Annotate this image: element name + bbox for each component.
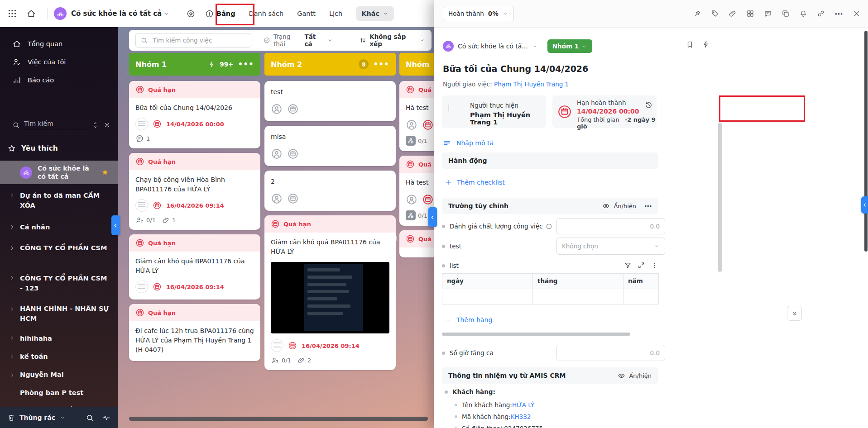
sidebar-project[interactable]: CÔNG TY CỔ PHẦN CSM (0, 243, 118, 253)
task-card[interactable]: Quá hạn Giảm cân khó quá BPA011176 của H… (129, 234, 260, 300)
close-icon[interactable] (853, 10, 861, 18)
automation-bolt-icon[interactable] (208, 61, 215, 68)
assign-person-icon[interactable] (271, 103, 283, 115)
column-header[interactable]: Nhóm 1 99+ ••• (129, 53, 260, 76)
scroll-down-button[interactable] (787, 306, 802, 321)
table-header[interactable]: năm (623, 274, 659, 289)
table-cell[interactable] (623, 289, 659, 304)
history-icon[interactable] (645, 101, 653, 109)
assign-person-icon[interactable] (271, 148, 283, 160)
task-search-input[interactable] (152, 36, 244, 44)
board-horizontal-scrollbar[interactable] (129, 417, 428, 421)
kebab-icon[interactable]: ⋮ (651, 262, 658, 270)
task-card[interactable]: Quá hạn (399, 230, 434, 257)
status-filter[interactable]: Trạng thái Tất cả (263, 33, 333, 48)
bell-icon[interactable] (799, 10, 807, 18)
sidebar-project[interactable]: Dự án to dã man CẤM XÓA (0, 191, 118, 211)
tab-board[interactable]: Bảng (216, 10, 235, 17)
overtime-input[interactable]: 0.0 (556, 345, 665, 361)
column-menu-icon[interactable]: ••• (373, 62, 389, 67)
sidebar-item-my-tasks[interactable]: Việc của tôi (0, 53, 118, 71)
rail-collapse-handle[interactable] (861, 196, 868, 214)
hide-show-button[interactable]: Ẩn/hiện (629, 372, 652, 379)
link-icon[interactable] (817, 10, 825, 18)
sidebar-project[interactable]: hihihaha (0, 334, 118, 344)
task-card[interactable]: Quá hạn Hà test 0/1 (399, 81, 434, 151)
sidebar-project[interactable]: Phòng ban P test (0, 388, 118, 398)
list-field-table[interactable]: ngàythángnăm (442, 273, 659, 304)
sidebar-project[interactable]: kế toán (0, 352, 118, 362)
sidebar-project[interactable]: Cá nhân (0, 223, 118, 233)
sidebar-item-overview[interactable]: Tổng quan (0, 35, 118, 52)
workspace-name[interactable]: Có sức khỏe là có tất cả (71, 10, 162, 18)
task-search[interactable] (135, 33, 251, 48)
deadline-box[interactable]: Hạn hoàn thành 14/04/2026 00:00 Tổng thờ… (552, 95, 657, 128)
column-header[interactable]: Nhóm (399, 53, 434, 76)
task-card[interactable]: 2 (264, 171, 396, 211)
expand-icon[interactable] (638, 262, 645, 269)
bookmark-icon[interactable] (686, 40, 694, 49)
assign-person-icon[interactable] (406, 194, 417, 205)
add-checklist-button[interactable]: Thêm checklist (445, 179, 505, 186)
table-horizontal-scrollbar[interactable] (442, 333, 630, 336)
favorite-star-icon[interactable] (101, 168, 109, 176)
tab-more[interactable]: Khác (356, 6, 394, 21)
panel-collapse-handle[interactable] (428, 207, 437, 227)
crm-code-link[interactable]: KH332 (511, 413, 531, 420)
task-card[interactable]: Quá hạn Chạy bộ công viên Hòa Bình BPA01… (129, 153, 260, 230)
assigner-link[interactable]: Phạm Thị Huyền Trang 1 (494, 81, 569, 88)
attachment-thumbnail[interactable] (271, 262, 389, 333)
info-icon[interactable] (546, 223, 552, 230)
eye-icon[interactable] (618, 372, 625, 380)
eye-icon[interactable] (602, 202, 610, 210)
task-card[interactable]: Quá hạn Bữa tối của Chung 14/04/2026 14/… (129, 81, 260, 148)
progress-dropdown[interactable]: Hoàn thành 0% (443, 6, 514, 21)
more-icon[interactable]: ⋯ (644, 202, 652, 210)
workspace-avatar[interactable] (54, 7, 67, 20)
tag-icon[interactable] (711, 10, 719, 18)
set-date-icon[interactable] (287, 103, 299, 115)
set-date-icon[interactable] (287, 148, 299, 160)
home-icon[interactable] (26, 9, 36, 19)
workspace-settings-icon[interactable] (186, 9, 196, 19)
activity-pulse-icon[interactable] (102, 414, 110, 422)
task-card[interactable]: Quá hạn Giảm cân khó quá BPA011176 của H… (264, 215, 396, 370)
gear-icon[interactable] (103, 121, 111, 129)
sidebar-search-placeholder[interactable]: Tìm kiếm (24, 120, 87, 130)
set-date-icon[interactable] (287, 193, 299, 204)
automation-bolt-icon[interactable] (702, 40, 710, 48)
add-description[interactable]: Nhập mô tả (443, 139, 494, 147)
attachment-icon[interactable] (729, 10, 737, 18)
assign-person-icon[interactable] (406, 119, 417, 131)
app-launcher-icon[interactable] (7, 9, 17, 19)
crm-name-link[interactable]: HỨA LÝ (512, 401, 534, 409)
breadcrumb[interactable]: Có sức khỏe là có tấ... (458, 43, 528, 50)
column-header[interactable]: Nhóm 2 8 ••• (264, 53, 396, 76)
pin-icon[interactable] (693, 10, 701, 18)
tab-list[interactable]: Danh sách (249, 10, 284, 17)
assign-person-icon[interactable] (271, 193, 283, 204)
task-card[interactable]: test (264, 81, 396, 121)
test-select[interactable]: Không chọn (556, 238, 665, 255)
chat-icon[interactable] (764, 10, 772, 18)
trash-icon[interactable] (7, 414, 15, 422)
grid-icon[interactable] (746, 10, 754, 18)
table-cell[interactable] (533, 289, 623, 304)
tab-calendar[interactable]: Lịch (329, 10, 342, 17)
column-menu-icon[interactable]: ••• (238, 62, 254, 67)
sidebar-project[interactable]: Nguyễn Mai (0, 370, 118, 380)
table-header[interactable]: ngày (442, 274, 533, 289)
more-icon[interactable]: ⋯ (834, 9, 843, 19)
group-chip[interactable]: Nhóm 1 (547, 39, 592, 53)
info-icon[interactable] (205, 9, 214, 19)
search-icon[interactable] (86, 414, 94, 422)
copy-icon[interactable] (782, 10, 790, 18)
window-vertical-scrollbar[interactable] (864, 31, 868, 252)
add-row-button[interactable]: Thêm hàng (445, 316, 492, 323)
filter-icon[interactable] (624, 262, 632, 269)
hide-show-button[interactable]: Ẩn/hiện (614, 203, 636, 209)
executor-box[interactable]: Người thực hiện Phạm Thị Huyền Trang 1 (442, 95, 546, 128)
favorites-header[interactable]: Yêu thích (7, 144, 58, 153)
task-card[interactable]: misa (264, 126, 396, 166)
quality-input[interactable]: 0.0 (556, 218, 665, 234)
